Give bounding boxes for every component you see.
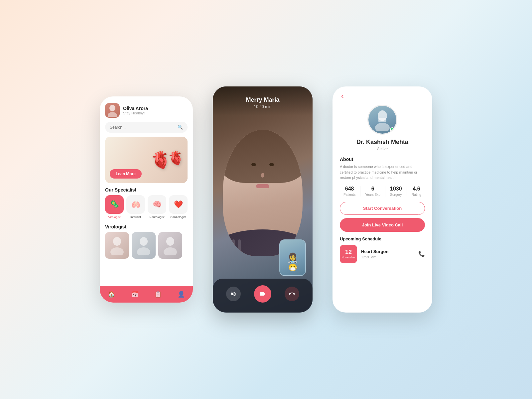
start-conversation-button[interactable]: Start Conversation [340,202,425,215]
doctor-card-1[interactable] [105,232,129,259]
internist-label: Internist [130,215,141,219]
pip-doctor-icon: 👩‍⚕️ [287,252,299,263]
svg-point-1 [108,112,117,117]
svg-point-9 [375,123,390,131]
svg-point-2 [113,237,121,246]
lean-more-button[interactable]: Lean More [110,169,142,179]
stats-row: 648 Patients 6 Years Exp 1030 Surgery 4.… [338,181,427,202]
phone-video-call: Merry Maria 10:20 min 👩‍⚕️ 😷 [213,86,313,313]
bottom-nav: 🏠 📅 📋 👤 [100,286,193,303]
upcoming-section: Upcoming Schedule 12 November Heart Surg… [332,232,432,263]
about-text: A doctor is someone who is experienced a… [340,164,425,181]
about-section: About A doctor is someone who is experie… [332,151,432,181]
specialist-item-cardiologist[interactable]: ❤️ Cardiologist [169,195,188,219]
doctor-name: Dr. Kashish Mehta [332,139,432,146]
svg-point-7 [164,247,177,255]
phone-home: Oliva Arora Stay Healthy! 🔍 🫀 🫀 Lean Mor… [100,96,193,303]
virologist-icon: 🦠 [110,200,119,209]
specialist-item-internist[interactable]: 🫁 Internist [126,195,145,219]
specialist-grid: 🦠 Virologist 🫁 Internist 🧠 Neurologist ❤… [100,195,193,219]
neurologist-icon: 🧠 [153,200,162,209]
virologist-section: Virologist [100,219,193,259]
nav-home-icon[interactable]: 🏠 [108,291,115,298]
video-call-header: Merry Maria 10:20 min [213,86,313,116]
search-bar[interactable]: 🔍 [105,122,188,133]
schedule-call-icon[interactable]: 📞 [418,251,425,257]
back-button[interactable] [332,86,432,105]
user-subtitle: Stay Healthy! [123,111,148,115]
svg-point-5 [137,247,150,255]
search-input[interactable] [110,125,175,130]
svg-point-4 [140,237,148,246]
nav-profile-icon[interactable]: 👤 [178,291,185,298]
schedule-date: 12 November [340,245,357,263]
doctor-status: Active [332,147,432,151]
heart-model-2-icon: 🫀 [168,150,184,170]
mute-button[interactable] [226,287,241,301]
specialist-item-neurologist[interactable]: 🧠 Neurologist [148,195,166,219]
call-duration: 10:20 min [219,104,306,109]
surgery-label: Surgery [390,193,402,197]
camera-button[interactable] [254,285,271,303]
rating-label: Rating [412,193,421,197]
cardiologist-icon: ❤️ [174,200,183,209]
doctor-card-3[interactable] [158,232,182,259]
doctor-avatar-container [332,105,432,135]
pip-video: 👩‍⚕️ 😷 [279,239,306,276]
schedule-card: 12 November Heart Surgon 12:30 am 📞 [340,245,425,263]
stat-years: 6 Years Exp [365,186,380,197]
search-icon: 🔍 [178,125,183,130]
years-label: Years Exp [365,193,380,197]
surgery-value: 1030 [390,186,402,192]
virologist-label: Virologist [108,215,121,219]
online-indicator [390,127,395,132]
home-header: Oliva Arora Stay Healthy! [100,96,193,122]
user-name: Oliva Arora [123,106,148,111]
cardiologist-label: Cardiologist [170,215,186,219]
schedule-month: November [341,256,355,259]
internist-icon: 🫁 [131,200,140,209]
schedule-name: Heart Surgon [361,249,414,254]
user-avatar [105,103,120,118]
specialist-item-virologist[interactable]: 🦠 Virologist [105,195,124,219]
svg-point-3 [110,247,124,255]
schedule-day: 12 [345,249,352,255]
virologist-section-title: Virologist [105,220,188,229]
end-call-button[interactable] [285,287,299,301]
video-controls [213,279,313,313]
schedule-info: Heart Surgon 12:30 am [361,249,414,259]
upcoming-title: Upcoming Schedule [340,236,425,241]
patients-value: 648 [343,186,355,192]
stat-surgery: 1030 Surgery [390,186,402,197]
join-video-button[interactable]: Join Live Video Call [340,218,425,232]
caller-face [223,130,303,256]
doctor-card-2[interactable] [132,232,156,259]
doctor-avatar [367,105,397,135]
phone-doctor-profile: Dr. Kashish Mehta Active About A doctor … [332,86,432,313]
neurologist-label: Neurologist [149,215,165,219]
svg-point-6 [166,237,174,246]
stat-rating: 4.6 Rating [412,186,421,197]
nav-notes-icon[interactable]: 📋 [154,291,162,298]
doctor-cards [105,232,188,259]
schedule-time: 12:30 am [361,255,414,259]
svg-point-0 [109,105,115,111]
caller-name: Merry Maria [219,96,306,103]
patients-label: Patients [343,193,355,197]
years-value: 6 [365,186,380,192]
nav-calendar-icon[interactable]: 📅 [131,291,138,298]
about-title: About [340,157,425,162]
rating-value: 4.6 [412,186,421,192]
home-banner: 🫀 🫀 Lean More [105,137,188,183]
svg-rect-10 [378,118,386,122]
stat-patients: 648 Patients [343,186,355,197]
specialist-title: Our Specialist [100,183,193,195]
pip-mask-icon: 😷 [288,263,297,272]
